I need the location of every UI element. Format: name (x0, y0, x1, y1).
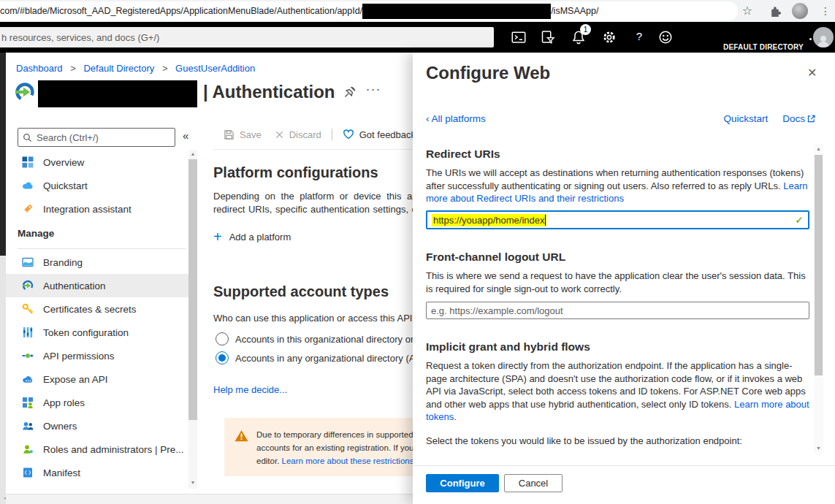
sidebar-item-api-permissions[interactable]: API permissions (6, 344, 188, 367)
sidebar-item-expose-an-api[interactable]: Expose an API (6, 367, 188, 391)
sidebar-item-label: Quickstart (43, 180, 88, 191)
add-platform-button[interactable]: + Add a platform (213, 230, 291, 243)
sidebar-item-token-configuration[interactable]: Token configuration (6, 321, 188, 344)
address-bar[interactable]: com/#blade/Microsoft_AAD_RegisteredApps/… (0, 1, 738, 20)
panel-scrollbar-thumb[interactable] (815, 155, 823, 375)
breadcrumb-app[interactable]: GuestUserAddition (175, 63, 255, 74)
sidebar-item-integration-assistant[interactable]: Integration assistant (6, 197, 188, 221)
got-feedback-label: Got feedback? (359, 129, 413, 140)
bookmark-star-icon[interactable]: ☆ (739, 0, 755, 22)
breadcrumb-dashboard[interactable]: Dashboard (16, 63, 63, 74)
breadcrumb-separator: > (162, 63, 168, 74)
sidebar-item-label: Overview (43, 157, 84, 168)
warning-line1: Due to temporary differences in supporte… (256, 428, 413, 441)
sidebar-item-authentication[interactable]: Authentication (6, 274, 188, 297)
sidebar-item-overview[interactable]: Overview (6, 150, 188, 174)
redirect-uri-value: https://youapp/home/index (432, 214, 546, 226)
global-search-input[interactable]: h resources, services, and docs (G+/) (0, 27, 494, 47)
radio-single-tenant[interactable]: Accounts in this organizational director… (216, 332, 413, 345)
sidebar-collapse-button[interactable]: « (183, 129, 188, 142)
sidebar-scroll-down-arrow[interactable]: ▼ (188, 480, 197, 485)
help-me-decide-link[interactable]: Help me decide... (213, 384, 287, 395)
external-link-icon (807, 114, 816, 123)
got-feedback-button[interactable]: Got feedback? (343, 129, 413, 140)
cancel-button[interactable]: Cancel (504, 474, 563, 492)
panel-scroll-up-arrow[interactable]: ▲ (814, 146, 823, 151)
sidebar-item-quickstart[interactable]: Quickstart (6, 174, 188, 197)
overview-grid-icon (22, 156, 34, 168)
docs-link[interactable]: Docs (782, 113, 816, 124)
radio-multitenant-label: Accounts in any organizational directory… (235, 353, 413, 364)
help-icon[interactable]: ? (633, 30, 646, 42)
sidebar-item-owners[interactable]: Owners (6, 414, 188, 438)
add-platform-label: Add a platform (229, 232, 291, 243)
owners-people-icon (22, 420, 34, 432)
manifest-document-icon (22, 467, 34, 478)
panel-scroll-down-arrow[interactable]: ▼ (814, 446, 823, 451)
implicit-grant-title: Implicit grant and hybrid flows (426, 340, 590, 354)
sidebar-search-input[interactable]: Search (Ctrl+/) (18, 128, 175, 147)
redirect-uri-input[interactable]: https://youapp/home/index ✓ (426, 210, 809, 229)
breadcrumb-directory[interactable]: Default Directory (83, 63, 154, 74)
sidebar-item-label: Certificates & secrets (43, 304, 137, 315)
extensions-puzzle-icon[interactable] (769, 5, 782, 18)
sidebar-item-manifest[interactable]: Manifest (6, 461, 188, 484)
quickstart-link[interactable]: Quickstart (723, 113, 768, 124)
search-icon (23, 133, 32, 142)
pin-icon[interactable] (343, 85, 357, 99)
feedback-smiley-icon[interactable] (658, 30, 673, 45)
breadcrumb-separator: > (70, 63, 76, 74)
rocket-icon (22, 203, 34, 215)
sidebar-item-certificates-secrets[interactable]: Certificates & secrets (6, 297, 188, 321)
redirect-uris-desc: The URIs we will accept as destinations … (426, 167, 813, 205)
settings-gear-icon[interactable] (602, 30, 617, 45)
implicit-grant-desc: Request a token directly from the author… (426, 359, 813, 424)
cloud-shell-icon[interactable] (511, 30, 526, 45)
sidebar-item-label: Authentication (43, 280, 106, 291)
azure-account-avatar[interactable] (813, 27, 834, 47)
sidebar-item-label: Roles and administrators | Pre... (43, 444, 184, 455)
sidebar-item-branding[interactable]: Branding (6, 251, 188, 274)
configure-button[interactable]: Configure (426, 474, 499, 492)
commandbar-underline (213, 149, 413, 150)
azure-topbar: h resources, services, and docs (G+/) 1 … (0, 22, 835, 53)
save-button[interactable]: Save (224, 129, 262, 140)
directory-filter-icon[interactable] (541, 30, 555, 45)
plus-icon: + (213, 230, 222, 243)
valid-check-icon: ✓ (795, 214, 804, 226)
api-permissions-icon (22, 350, 34, 362)
logout-url-placeholder: e.g. https://example.com/logout (431, 305, 563, 316)
sidebar-search-placeholder: Search (Ctrl+/) (37, 132, 99, 143)
page-scroll-gutter (0, 256, 6, 504)
screen: com/#blade/Microsoft_AAD_RegisteredApps/… (0, 0, 835, 504)
app-logo-icon (15, 82, 35, 102)
page-title: | Authentication (203, 82, 335, 102)
platform-desc-line1: Depending on the platform or device this… (213, 191, 413, 202)
roles-admin-person-icon (22, 443, 34, 455)
radio-circle-unselected[interactable] (216, 332, 229, 345)
radio-multitenant[interactable]: Accounts in any organizational directory… (216, 351, 413, 364)
sidebar-scroll-up-arrow[interactable]: ▲ (188, 151, 197, 156)
platform-configurations-title: Platform configurations (213, 164, 378, 181)
more-actions-ellipsis[interactable]: ... (366, 79, 381, 94)
branding-icon (22, 256, 34, 268)
sidebar-divider (18, 248, 186, 249)
close-icon[interactable]: ✕ (807, 66, 817, 80)
browser-menu-icon[interactable]: ⋮ (820, 0, 831, 22)
app-menu-sidebar: Search (Ctrl+/) « Overview Quickstart In… (6, 117, 205, 494)
browser-profile-avatar[interactable] (792, 3, 808, 19)
discard-button[interactable]: Discard (275, 129, 321, 140)
sidebar-item-app-roles[interactable]: App roles (6, 391, 188, 414)
panel-footer-divider (413, 465, 835, 466)
sidebar-scrollbar-thumb[interactable] (188, 159, 197, 420)
sidebar-item-roles-administrators[interactable]: Roles and administrators | Pre... (6, 438, 188, 461)
expose-api-cloud-icon (22, 373, 34, 385)
bottom-strip (6, 494, 413, 504)
front-channel-logout-input[interactable]: e.g. https://example.com/logout (426, 302, 809, 319)
radio-circle-selected[interactable] (216, 351, 229, 364)
sidebar-item-label: Integration assistant (43, 204, 131, 215)
collapsed-nav-strip (0, 53, 6, 256)
front-channel-logout-desc: This is where we send a request to have … (426, 270, 813, 295)
all-platforms-back-link[interactable]: ‹ All platforms (426, 113, 486, 124)
warning-restrictions-link[interactable]: Learn more about these restrictions. (282, 457, 413, 465)
